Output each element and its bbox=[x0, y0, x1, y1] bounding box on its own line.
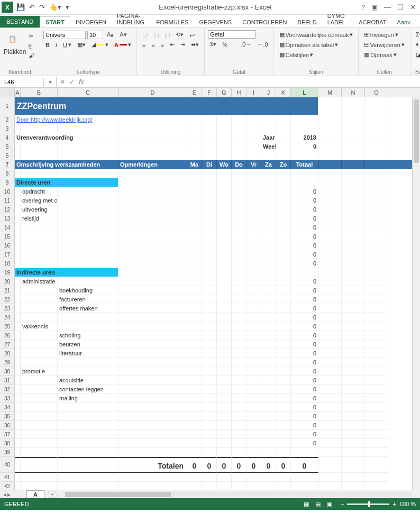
cell[interactable]: 0 bbox=[217, 457, 232, 473]
cell[interactable] bbox=[217, 403, 232, 412]
delete-cells-button[interactable]: ⊟Verwijderen ▾ bbox=[362, 40, 406, 49]
cell[interactable] bbox=[342, 241, 365, 250]
cell[interactable] bbox=[187, 430, 202, 439]
horizontal-scrollbar[interactable] bbox=[65, 492, 412, 497]
cell[interactable]: acquisitie bbox=[58, 376, 118, 385]
cell[interactable] bbox=[187, 322, 202, 331]
cell[interactable] bbox=[118, 313, 187, 322]
cell[interactable]: Omschrijving werkzaamheden bbox=[15, 160, 118, 169]
cell[interactable] bbox=[187, 277, 202, 286]
cell[interactable] bbox=[318, 403, 342, 412]
cell[interactable] bbox=[276, 214, 291, 223]
cell[interactable]: 0 bbox=[187, 457, 202, 473]
cell[interactable] bbox=[342, 385, 365, 394]
cell[interactable] bbox=[232, 473, 246, 482]
cell[interactable]: contacten leggen bbox=[58, 385, 118, 394]
cell[interactable] bbox=[246, 482, 261, 490]
cell[interactable] bbox=[232, 115, 246, 124]
cell[interactable] bbox=[246, 268, 261, 277]
cell[interactable] bbox=[261, 403, 276, 412]
cell[interactable] bbox=[217, 482, 232, 490]
cell[interactable] bbox=[246, 358, 261, 367]
cell[interactable]: overleg met opdrachtgever bbox=[21, 196, 58, 205]
cell[interactable] bbox=[276, 376, 291, 385]
cell[interactable] bbox=[118, 223, 187, 232]
cell[interactable] bbox=[342, 304, 365, 313]
cell[interactable] bbox=[118, 178, 187, 187]
cell[interactable] bbox=[21, 250, 58, 259]
cell[interactable] bbox=[342, 295, 365, 304]
cell[interactable]: reistijd bbox=[21, 214, 58, 223]
row-header-29[interactable]: 29 bbox=[0, 358, 15, 367]
cell[interactable] bbox=[202, 304, 217, 313]
cell[interactable] bbox=[15, 304, 21, 313]
cell[interactable] bbox=[202, 394, 217, 403]
wrap-text-button[interactable]: ⮐ bbox=[187, 31, 197, 39]
cell[interactable] bbox=[342, 250, 365, 259]
cell[interactable] bbox=[291, 178, 318, 187]
cell[interactable] bbox=[318, 259, 342, 268]
cell[interactable] bbox=[246, 430, 261, 439]
cell[interactable]: Indirecte uren bbox=[15, 268, 118, 277]
cell[interactable] bbox=[261, 331, 276, 340]
cell[interactable] bbox=[365, 304, 388, 313]
tab-view[interactable]: BEELD bbox=[293, 17, 322, 28]
cell[interactable] bbox=[342, 439, 365, 448]
cell[interactable] bbox=[246, 223, 261, 232]
row-header-15[interactable]: 15 bbox=[0, 232, 15, 241]
cell[interactable] bbox=[187, 169, 202, 178]
cell[interactable] bbox=[232, 268, 246, 277]
cell[interactable] bbox=[342, 457, 365, 473]
row-header-12[interactable]: 12 bbox=[0, 205, 15, 214]
cell[interactable] bbox=[58, 151, 118, 160]
cell[interactable] bbox=[21, 223, 58, 232]
cell[interactable] bbox=[342, 142, 365, 151]
cell[interactable] bbox=[276, 439, 291, 448]
minimize-icon[interactable]: — bbox=[384, 3, 391, 11]
cell[interactable] bbox=[342, 151, 365, 160]
cell[interactable] bbox=[187, 286, 202, 295]
cell[interactable] bbox=[202, 340, 217, 349]
row-header-24[interactable]: 24 bbox=[0, 313, 15, 322]
row-header-17[interactable]: 17 bbox=[0, 250, 15, 259]
cell[interactable] bbox=[276, 133, 291, 142]
clear-button[interactable]: ◪▾ bbox=[414, 50, 420, 59]
cell[interactable] bbox=[318, 250, 342, 259]
cell[interactable] bbox=[15, 421, 21, 430]
cell[interactable] bbox=[118, 205, 187, 214]
cell[interactable] bbox=[276, 403, 291, 412]
cell[interactable] bbox=[318, 124, 342, 133]
cell[interactable] bbox=[342, 421, 365, 430]
cell[interactable] bbox=[365, 223, 388, 232]
cell[interactable]: Totalen bbox=[118, 457, 187, 473]
cell[interactable]: 0 bbox=[291, 403, 318, 412]
cell[interactable] bbox=[58, 259, 118, 268]
cell[interactable] bbox=[15, 169, 21, 178]
cell[interactable] bbox=[187, 358, 202, 367]
cell[interactable] bbox=[261, 124, 276, 133]
cell[interactable] bbox=[246, 214, 261, 223]
cell[interactable] bbox=[261, 223, 276, 232]
cell[interactable] bbox=[217, 277, 232, 286]
cell[interactable] bbox=[246, 295, 261, 304]
cell[interactable] bbox=[118, 385, 187, 394]
align-middle-button[interactable]: ⬚ bbox=[151, 30, 161, 39]
cell[interactable] bbox=[261, 313, 276, 322]
cell[interactable] bbox=[261, 448, 276, 457]
cell[interactable] bbox=[365, 151, 388, 160]
cell[interactable]: 0 bbox=[291, 349, 318, 358]
cell[interactable] bbox=[365, 367, 388, 376]
row-header-16[interactable]: 16 bbox=[0, 241, 15, 250]
format-cells-button[interactable]: ▦Opmaak ▾ bbox=[362, 50, 399, 59]
cell[interactable] bbox=[342, 196, 365, 205]
row-header-32[interactable]: 32 bbox=[0, 385, 15, 394]
cell[interactable]: 0 bbox=[291, 196, 318, 205]
cell[interactable]: 0 bbox=[202, 457, 217, 473]
cell[interactable] bbox=[342, 124, 365, 133]
cell[interactable]: Directe uren bbox=[15, 178, 118, 187]
cell[interactable] bbox=[202, 421, 217, 430]
row-header-11[interactable]: 11 bbox=[0, 196, 15, 205]
cell[interactable] bbox=[276, 340, 291, 349]
cell[interactable] bbox=[365, 340, 388, 349]
cell[interactable] bbox=[187, 187, 202, 196]
